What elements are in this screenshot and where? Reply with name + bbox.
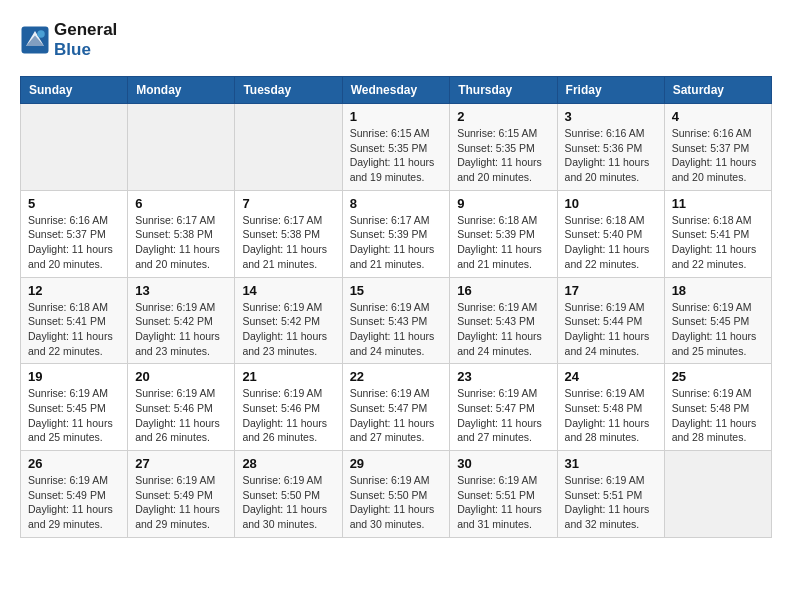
calendar-cell: [21, 104, 128, 191]
day-number: 25: [672, 369, 764, 384]
day-number: 14: [242, 283, 334, 298]
calendar-cell: [128, 104, 235, 191]
logo-text: General Blue: [54, 20, 117, 60]
calendar-cell: 13 Sunrise: 6:19 AMSunset: 5:42 PMDaylig…: [128, 277, 235, 364]
cell-sunrise: Sunrise: 6:19 AMSunset: 5:50 PMDaylight:…: [350, 474, 435, 530]
calendar-cell: 26 Sunrise: 6:19 AMSunset: 5:49 PMDaylig…: [21, 451, 128, 538]
day-number: 17: [565, 283, 657, 298]
cell-sunrise: Sunrise: 6:19 AMSunset: 5:42 PMDaylight:…: [135, 301, 220, 357]
cell-sunrise: Sunrise: 6:19 AMSunset: 5:49 PMDaylight:…: [28, 474, 113, 530]
calendar-cell: 18 Sunrise: 6:19 AMSunset: 5:45 PMDaylig…: [664, 277, 771, 364]
calendar-cell: 9 Sunrise: 6:18 AMSunset: 5:39 PMDayligh…: [450, 190, 557, 277]
calendar-cell: 11 Sunrise: 6:18 AMSunset: 5:41 PMDaylig…: [664, 190, 771, 277]
cell-sunrise: Sunrise: 6:19 AMSunset: 5:45 PMDaylight:…: [672, 301, 757, 357]
day-number: 13: [135, 283, 227, 298]
calendar-header: SundayMondayTuesdayWednesdayThursdayFrid…: [21, 77, 772, 104]
weekday-header-sunday: Sunday: [21, 77, 128, 104]
cell-sunrise: Sunrise: 6:19 AMSunset: 5:43 PMDaylight:…: [350, 301, 435, 357]
calendar-cell: 22 Sunrise: 6:19 AMSunset: 5:47 PMDaylig…: [342, 364, 450, 451]
cell-sunrise: Sunrise: 6:17 AMSunset: 5:38 PMDaylight:…: [242, 214, 327, 270]
calendar-cell: 12 Sunrise: 6:18 AMSunset: 5:41 PMDaylig…: [21, 277, 128, 364]
calendar-week-4: 19 Sunrise: 6:19 AMSunset: 5:45 PMDaylig…: [21, 364, 772, 451]
calendar-cell: 24 Sunrise: 6:19 AMSunset: 5:48 PMDaylig…: [557, 364, 664, 451]
cell-sunrise: Sunrise: 6:18 AMSunset: 5:40 PMDaylight:…: [565, 214, 650, 270]
calendar-cell: 3 Sunrise: 6:16 AMSunset: 5:36 PMDayligh…: [557, 104, 664, 191]
calendar-cell: 20 Sunrise: 6:19 AMSunset: 5:46 PMDaylig…: [128, 364, 235, 451]
calendar-cell: [235, 104, 342, 191]
cell-sunrise: Sunrise: 6:16 AMSunset: 5:37 PMDaylight:…: [28, 214, 113, 270]
calendar-cell: 7 Sunrise: 6:17 AMSunset: 5:38 PMDayligh…: [235, 190, 342, 277]
weekday-header-monday: Monday: [128, 77, 235, 104]
calendar-cell: [664, 451, 771, 538]
cell-sunrise: Sunrise: 6:19 AMSunset: 5:47 PMDaylight:…: [350, 387, 435, 443]
cell-sunrise: Sunrise: 6:19 AMSunset: 5:49 PMDaylight:…: [135, 474, 220, 530]
calendar-cell: 25 Sunrise: 6:19 AMSunset: 5:48 PMDaylig…: [664, 364, 771, 451]
calendar-table: SundayMondayTuesdayWednesdayThursdayFrid…: [20, 76, 772, 538]
cell-sunrise: Sunrise: 6:18 AMSunset: 5:41 PMDaylight:…: [28, 301, 113, 357]
cell-sunrise: Sunrise: 6:17 AMSunset: 5:38 PMDaylight:…: [135, 214, 220, 270]
day-number: 16: [457, 283, 549, 298]
calendar-cell: 1 Sunrise: 6:15 AMSunset: 5:35 PMDayligh…: [342, 104, 450, 191]
day-number: 7: [242, 196, 334, 211]
calendar-cell: 15 Sunrise: 6:19 AMSunset: 5:43 PMDaylig…: [342, 277, 450, 364]
day-number: 21: [242, 369, 334, 384]
cell-sunrise: Sunrise: 6:16 AMSunset: 5:37 PMDaylight:…: [672, 127, 757, 183]
cell-sunrise: Sunrise: 6:19 AMSunset: 5:42 PMDaylight:…: [242, 301, 327, 357]
day-number: 22: [350, 369, 443, 384]
svg-point-3: [37, 30, 45, 38]
day-number: 8: [350, 196, 443, 211]
calendar-cell: 4 Sunrise: 6:16 AMSunset: 5:37 PMDayligh…: [664, 104, 771, 191]
weekday-header-saturday: Saturday: [664, 77, 771, 104]
cell-sunrise: Sunrise: 6:19 AMSunset: 5:46 PMDaylight:…: [135, 387, 220, 443]
logo: General Blue: [20, 20, 117, 60]
weekday-header-friday: Friday: [557, 77, 664, 104]
calendar-week-1: 1 Sunrise: 6:15 AMSunset: 5:35 PMDayligh…: [21, 104, 772, 191]
day-number: 15: [350, 283, 443, 298]
day-number: 27: [135, 456, 227, 471]
calendar-week-2: 5 Sunrise: 6:16 AMSunset: 5:37 PMDayligh…: [21, 190, 772, 277]
page-header: General Blue: [20, 20, 772, 60]
cell-sunrise: Sunrise: 6:19 AMSunset: 5:44 PMDaylight:…: [565, 301, 650, 357]
calendar-body: 1 Sunrise: 6:15 AMSunset: 5:35 PMDayligh…: [21, 104, 772, 538]
cell-sunrise: Sunrise: 6:18 AMSunset: 5:39 PMDaylight:…: [457, 214, 542, 270]
weekday-header-wednesday: Wednesday: [342, 77, 450, 104]
cell-sunrise: Sunrise: 6:19 AMSunset: 5:48 PMDaylight:…: [672, 387, 757, 443]
calendar-cell: 31 Sunrise: 6:19 AMSunset: 5:51 PMDaylig…: [557, 451, 664, 538]
weekday-header-tuesday: Tuesday: [235, 77, 342, 104]
day-number: 10: [565, 196, 657, 211]
day-number: 20: [135, 369, 227, 384]
weekday-header-thursday: Thursday: [450, 77, 557, 104]
day-number: 26: [28, 456, 120, 471]
calendar-cell: 2 Sunrise: 6:15 AMSunset: 5:35 PMDayligh…: [450, 104, 557, 191]
cell-sunrise: Sunrise: 6:19 AMSunset: 5:51 PMDaylight:…: [457, 474, 542, 530]
calendar-cell: 10 Sunrise: 6:18 AMSunset: 5:40 PMDaylig…: [557, 190, 664, 277]
day-number: 1: [350, 109, 443, 124]
calendar-week-5: 26 Sunrise: 6:19 AMSunset: 5:49 PMDaylig…: [21, 451, 772, 538]
calendar-cell: 19 Sunrise: 6:19 AMSunset: 5:45 PMDaylig…: [21, 364, 128, 451]
calendar-cell: 23 Sunrise: 6:19 AMSunset: 5:47 PMDaylig…: [450, 364, 557, 451]
day-number: 6: [135, 196, 227, 211]
cell-sunrise: Sunrise: 6:18 AMSunset: 5:41 PMDaylight:…: [672, 214, 757, 270]
calendar-cell: 16 Sunrise: 6:19 AMSunset: 5:43 PMDaylig…: [450, 277, 557, 364]
day-number: 30: [457, 456, 549, 471]
calendar-cell: 27 Sunrise: 6:19 AMSunset: 5:49 PMDaylig…: [128, 451, 235, 538]
cell-sunrise: Sunrise: 6:15 AMSunset: 5:35 PMDaylight:…: [457, 127, 542, 183]
day-number: 4: [672, 109, 764, 124]
calendar-cell: 5 Sunrise: 6:16 AMSunset: 5:37 PMDayligh…: [21, 190, 128, 277]
cell-sunrise: Sunrise: 6:17 AMSunset: 5:39 PMDaylight:…: [350, 214, 435, 270]
calendar-cell: 30 Sunrise: 6:19 AMSunset: 5:51 PMDaylig…: [450, 451, 557, 538]
day-number: 19: [28, 369, 120, 384]
day-number: 18: [672, 283, 764, 298]
calendar-cell: 29 Sunrise: 6:19 AMSunset: 5:50 PMDaylig…: [342, 451, 450, 538]
cell-sunrise: Sunrise: 6:19 AMSunset: 5:51 PMDaylight:…: [565, 474, 650, 530]
cell-sunrise: Sunrise: 6:19 AMSunset: 5:47 PMDaylight:…: [457, 387, 542, 443]
day-number: 3: [565, 109, 657, 124]
day-number: 24: [565, 369, 657, 384]
cell-sunrise: Sunrise: 6:19 AMSunset: 5:46 PMDaylight:…: [242, 387, 327, 443]
calendar-cell: 21 Sunrise: 6:19 AMSunset: 5:46 PMDaylig…: [235, 364, 342, 451]
calendar-cell: 14 Sunrise: 6:19 AMSunset: 5:42 PMDaylig…: [235, 277, 342, 364]
logo-icon: [20, 25, 50, 55]
cell-sunrise: Sunrise: 6:19 AMSunset: 5:45 PMDaylight:…: [28, 387, 113, 443]
cell-sunrise: Sunrise: 6:19 AMSunset: 5:43 PMDaylight:…: [457, 301, 542, 357]
cell-sunrise: Sunrise: 6:19 AMSunset: 5:48 PMDaylight:…: [565, 387, 650, 443]
